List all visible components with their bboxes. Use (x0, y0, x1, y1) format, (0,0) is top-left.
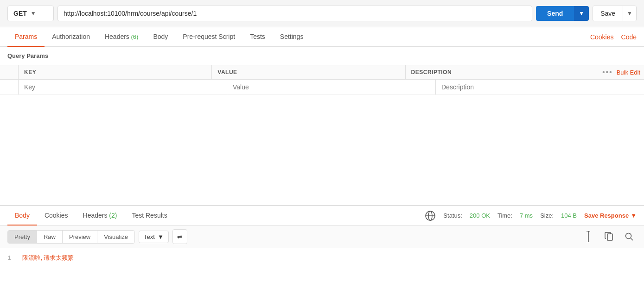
send-button[interactable]: Send (536, 6, 574, 21)
response-tab-cookies[interactable]: Cookies (37, 206, 76, 226)
response-status-bar: Status: 200 OK Time: 7 ms Size: 104 B Sa… (425, 210, 637, 221)
format-pretty-button[interactable]: Pretty (8, 231, 37, 243)
cursor-icon (581, 229, 596, 244)
header-value-col: VALUE (212, 65, 405, 79)
save-dropdown-button[interactable]: ▼ (623, 6, 636, 21)
svg-line-8 (631, 238, 633, 240)
search-icon[interactable] (622, 229, 637, 244)
header-desc-col: DESCRIPTION (406, 65, 599, 79)
header-checkbox-col (0, 65, 19, 79)
request-tabs: Params Authorization Headers (6) Body Pr… (0, 27, 644, 47)
size-label: Size: (540, 212, 554, 219)
line-number: 1 (7, 255, 11, 262)
top-section: Params Authorization Headers (6) Body Pr… (0, 27, 644, 205)
tab-settings[interactable]: Settings (273, 27, 311, 47)
tab-params[interactable]: Params (7, 27, 45, 47)
header-actions-col: ••• Bulk Edit (599, 65, 644, 79)
wrap-button[interactable]: ⇌ (172, 229, 187, 244)
format-preview-button[interactable]: Preview (63, 231, 97, 243)
save-button[interactable]: Save (593, 6, 623, 21)
save-response-button[interactable]: Save Response ▼ (584, 212, 637, 219)
text-type-select[interactable]: Text ▼ (139, 231, 169, 243)
row-desc-input[interactable] (436, 80, 644, 94)
cookies-link[interactable]: Cookies (590, 28, 614, 46)
response-tab-headers[interactable]: Headers (2) (76, 206, 125, 226)
status-value: 200 OK (470, 212, 490, 219)
response-body: 1 限流啦,请求太频繁 (0, 248, 644, 268)
table-header: KEY VALUE DESCRIPTION ••• Bulk Edit (0, 65, 644, 80)
status-label: Status: (443, 212, 462, 219)
header-key-col: KEY (19, 65, 212, 79)
send-btn-group: Send ▼ (536, 6, 589, 21)
response-text: 限流啦,请求太频繁 (22, 255, 74, 262)
response-tab-test-results[interactable]: Test Results (124, 206, 174, 226)
method-chevron-icon: ▼ (31, 10, 36, 17)
bulk-edit-link[interactable]: Bulk Edit (617, 69, 640, 76)
more-options-icon[interactable]: ••• (602, 68, 613, 76)
tab-headers[interactable]: Headers (6) (97, 27, 146, 47)
row-value-input[interactable] (227, 80, 436, 94)
format-btn-group: Pretty Raw Preview Visualize (7, 230, 135, 244)
time-value: 7 ms (520, 212, 533, 219)
row-key-input[interactable] (19, 80, 227, 94)
size-value: 104 B (561, 212, 577, 219)
bottom-section: Body Cookies Headers (2) Test Results St… (0, 205, 644, 307)
svg-rect-6 (607, 234, 612, 240)
table-row (0, 80, 644, 95)
send-dropdown-button[interactable]: ▼ (574, 6, 589, 21)
wrap-icon: ⇌ (177, 233, 183, 240)
globe-icon (425, 210, 436, 221)
save-btn-group: Save ▼ (593, 6, 637, 21)
main-layout: GET ▼ Send ▼ Save ▼ Params Authorization… (0, 0, 644, 307)
time-label: Time: (497, 212, 512, 219)
tab-right-links: Cookies Code (590, 28, 637, 46)
format-visualize-button[interactable]: Visualize (97, 231, 134, 243)
row-checkbox (0, 80, 19, 94)
method-select[interactable]: GET ▼ (7, 6, 54, 21)
response-format-bar: Pretty Raw Preview Visualize Text ▼ ⇌ (0, 226, 644, 248)
tab-prerequest[interactable]: Pre-request Script (175, 27, 242, 47)
tab-tests[interactable]: Tests (242, 27, 273, 47)
format-raw-button[interactable]: Raw (37, 231, 63, 243)
method-label: GET (13, 10, 27, 17)
url-bar: GET ▼ Send ▼ Save ▼ (0, 0, 644, 27)
tab-authorization[interactable]: Authorization (45, 27, 97, 47)
tab-body[interactable]: Body (146, 27, 175, 47)
text-select-chevron-icon: ▼ (158, 233, 164, 240)
code-link[interactable]: Code (621, 28, 637, 46)
copy-icon[interactable] (601, 229, 616, 244)
svg-point-7 (626, 233, 631, 239)
response-tab-body[interactable]: Body (7, 206, 37, 226)
save-response-chevron-icon: ▼ (631, 212, 637, 219)
response-icons (581, 229, 637, 244)
query-params-label: Query Params (0, 47, 644, 65)
response-tabs-bar: Body Cookies Headers (2) Test Results St… (0, 206, 644, 226)
url-input[interactable] (57, 6, 532, 21)
